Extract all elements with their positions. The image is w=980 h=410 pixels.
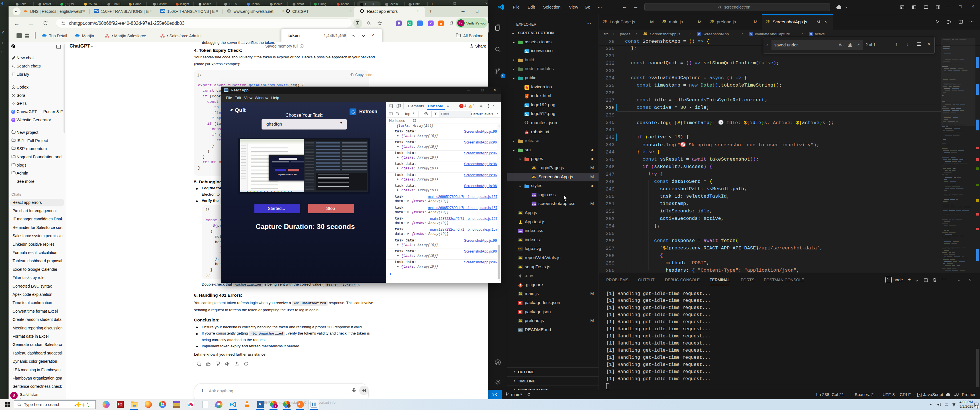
svg-text:5: 5 (526, 95, 527, 98)
svg-text:JS: JS (520, 222, 523, 224)
